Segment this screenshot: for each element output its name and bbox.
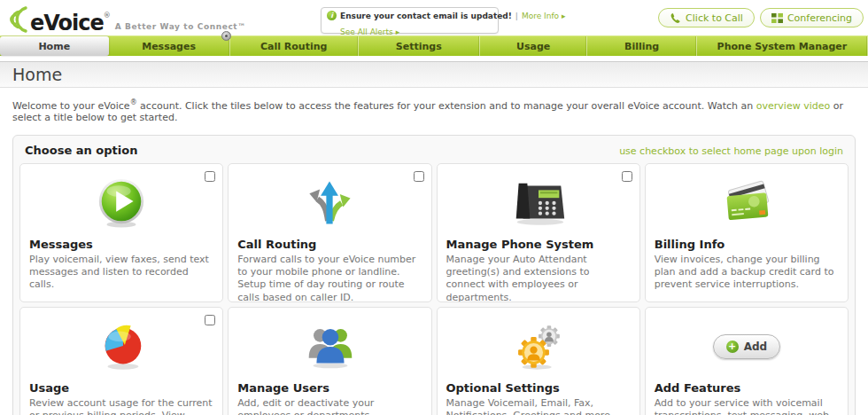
play-icon (95, 176, 148, 230)
page-title: Home (12, 65, 62, 84)
app-header: eVoice® A Better Way to Connect™ i Ensur… (0, 0, 868, 35)
overview-video-link[interactable]: overview video (756, 100, 830, 112)
evoice-logo: eVoice® A Better Way to Connect™ (7, 5, 246, 34)
desk-phone-icon (508, 178, 570, 228)
alert-banner: i Ensure your contact email is updated! … (321, 7, 499, 34)
tile-title: Billing Info (655, 238, 839, 251)
tile-title: Manage Phone System (446, 238, 631, 251)
nav-pin-icon (221, 31, 231, 41)
tab-messages[interactable]: Messages (109, 36, 230, 56)
welcome-registered-mark: ® (130, 98, 137, 106)
tile-description: Add, edit or deactivate your employees o… (237, 397, 422, 415)
tile-messages[interactable]: Messages Play voicemail, view faxes, sen… (19, 163, 223, 302)
tile-usage[interactable]: Usage Review account usage for the curre… (19, 307, 223, 415)
usage-homepage-checkbox[interactable] (205, 315, 215, 325)
tile-title: Add Features (655, 381, 839, 395)
main-nav: Home Messages Call Routing Settings Usag… (0, 35, 868, 56)
pie-chart-icon (94, 321, 149, 372)
brand-tagline: A Better Way to Connect™ (115, 22, 246, 31)
tile-title: Manage Users (237, 381, 422, 395)
tab-call-routing[interactable]: Call Routing (230, 36, 359, 56)
welcome-text: Welcome to your eVoice® account. Click t… (12, 98, 856, 123)
tab-usage[interactable]: Usage (480, 36, 588, 56)
tile-title: Messages (29, 238, 213, 251)
users-icon (298, 323, 360, 371)
click-to-call-button[interactable]: Click to Call (658, 8, 755, 27)
tab-phone-system-manager[interactable]: Phone System Manager (697, 36, 868, 56)
credit-card-icon (716, 178, 778, 228)
tile-billing-info[interactable]: Billing Info View invoices, change your … (645, 163, 849, 302)
tile-description: Manage Voicemail, Email, Fax, Notificati… (446, 397, 631, 415)
tile-description: Play voicemail, view faxes, send text me… (29, 254, 213, 292)
signal-arcs-icon (7, 5, 28, 34)
conferencing-grid-icon (771, 12, 783, 23)
plus-icon: + (726, 341, 739, 353)
phone-system-homepage-checkbox[interactable] (622, 171, 632, 182)
tab-billing[interactable]: Billing (587, 36, 696, 56)
tab-settings[interactable]: Settings (359, 36, 480, 56)
alert-title: Ensure your contact email is updated! (340, 12, 512, 20)
alert-separator: | (515, 12, 518, 20)
tile-description: Add to your service with voicemail trans… (655, 397, 839, 415)
phone-handset-icon (670, 12, 681, 24)
welcome-part1: Welcome to your eVoice (12, 100, 130, 112)
routing-arrows-icon (304, 177, 355, 229)
tile-description: Manage your Auto Attendant greeting(s) a… (446, 254, 631, 302)
tile-description: Review account usage for the current or … (29, 397, 213, 415)
welcome-part2: account. Click the tiles below to access… (137, 100, 756, 112)
page-title-bar: Home (0, 61, 868, 88)
homepage-checkbox-hint[interactable]: use checkbox to select home page upon lo… (619, 145, 843, 157)
conferencing-label: Conferencing (787, 12, 852, 24)
logo-wordmark: eVoice® (30, 12, 110, 34)
choose-option-heading: Choose an option (25, 144, 137, 157)
tile-manage-phone-system[interactable]: Manage Phone System Manage your Auto Att… (437, 163, 640, 302)
registered-mark: ® (104, 12, 110, 20)
tile-title: Usage (29, 381, 213, 395)
tile-manage-users[interactable]: Manage Users Add, edit or deactivate you… (228, 307, 431, 415)
tile-title: Optional Settings (446, 381, 631, 395)
tile-title: Call Routing (237, 238, 422, 251)
conferencing-button[interactable]: Conferencing (760, 8, 864, 27)
tile-description: Forward calls to your eVoice number to y… (237, 254, 422, 302)
options-panel: Choose an option use checkbox to select … (12, 135, 856, 415)
call-routing-homepage-checkbox[interactable] (414, 171, 424, 182)
add-button-label: Add (744, 341, 767, 353)
gears-icon (509, 322, 568, 372)
add-button[interactable]: + Add (713, 334, 780, 359)
tiles-grid: Messages Play voicemail, view faxes, sen… (19, 163, 849, 415)
tile-add-features[interactable]: + Add Add Features Add to your service w… (645, 307, 849, 415)
info-icon: i (327, 11, 337, 20)
tile-description: View invoices, change your billing plan … (655, 254, 839, 292)
tile-optional-settings[interactable]: Optional Settings Manage Voicemail, Emai… (437, 307, 640, 415)
click-to-call-label: Click to Call (686, 12, 743, 24)
more-info-link[interactable]: More Info ▸ (522, 12, 566, 20)
messages-homepage-checkbox[interactable] (205, 171, 215, 182)
tab-home[interactable]: Home (0, 36, 109, 56)
tile-call-routing[interactable]: Call Routing Forward calls to your eVoic… (228, 163, 431, 302)
